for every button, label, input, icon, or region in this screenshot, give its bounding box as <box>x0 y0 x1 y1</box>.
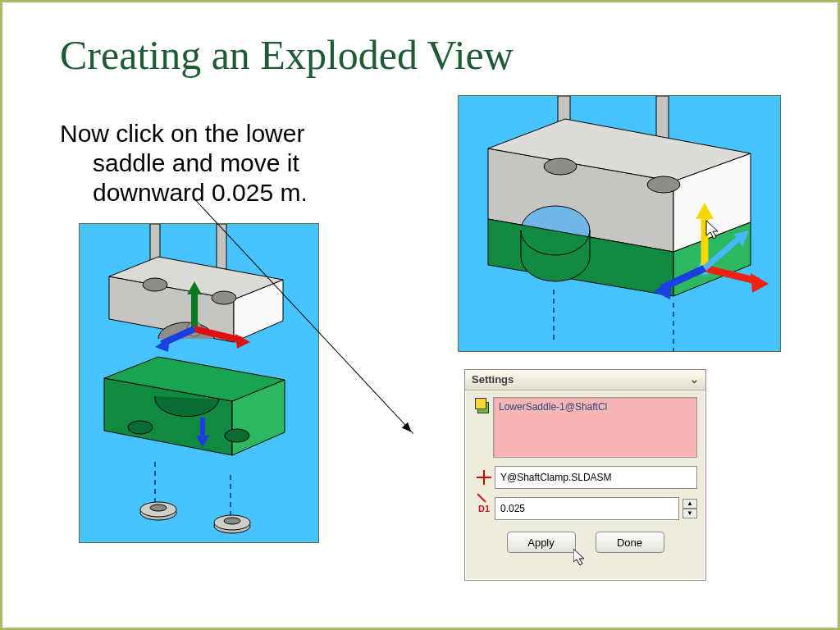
selected-drawing <box>459 96 780 351</box>
settings-panel: Settings ⌄ LowerSaddle-1@ShaftCl D1 ▲ ▼ <box>464 369 706 581</box>
svg-point-16 <box>128 421 153 434</box>
done-button[interactable]: Done <box>596 532 664 553</box>
svg-point-23 <box>224 518 240 524</box>
spin-up-button[interactable]: ▲ <box>682 499 697 509</box>
selection-list[interactable]: LowerSaddle-1@ShaftCl <box>493 397 697 458</box>
direction-icon <box>477 470 491 485</box>
instruction-line-1: Now click on the lower <box>60 120 304 147</box>
apply-button[interactable]: Apply <box>507 532 576 553</box>
svg-point-17 <box>225 429 249 442</box>
slide-frame: Creating an Exploded View Now click on t… <box>0 0 840 630</box>
slide-title: Creating an Exploded View <box>60 31 514 79</box>
cad-view-selected <box>458 95 781 352</box>
svg-point-12 <box>212 291 236 304</box>
svg-point-42 <box>544 158 577 175</box>
instruction-line-3: downward 0.025 m. <box>60 178 372 208</box>
instruction-text: Now click on the lower saddle and move i… <box>60 119 372 208</box>
exploded-drawing <box>80 224 318 542</box>
selection-item[interactable]: LowerSaddle-1@ShaftCl <box>499 401 692 413</box>
spin-down-button[interactable]: ▼ <box>682 509 697 518</box>
distance-field[interactable] <box>495 497 679 520</box>
settings-title: Settings <box>472 370 514 390</box>
distance-spinner[interactable]: ▲ ▼ <box>682 499 697 518</box>
svg-point-11 <box>143 278 167 291</box>
distance-icon: D1 <box>478 504 490 514</box>
collapse-icon[interactable]: ⌄ <box>690 370 699 390</box>
svg-point-20 <box>150 504 167 511</box>
svg-marker-51 <box>751 273 769 293</box>
cad-view-exploded <box>79 223 319 543</box>
settings-header[interactable]: Settings ⌄ <box>465 370 705 390</box>
svg-point-43 <box>647 176 680 193</box>
component-icon <box>475 398 490 413</box>
instruction-line-2: saddle and move it <box>60 148 372 178</box>
svg-marker-30 <box>155 337 170 352</box>
direction-field[interactable] <box>495 466 697 489</box>
